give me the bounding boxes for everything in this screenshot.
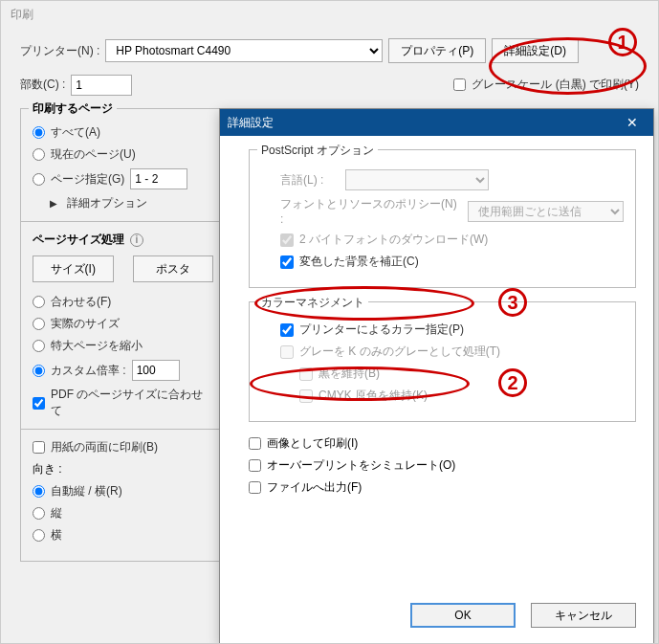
cancel-button[interactable]: キャンセル xyxy=(531,603,636,628)
color-management-fieldset: カラーマネジメント プリンターによるカラー指定(P) グレーを K のみのグレー… xyxy=(249,301,636,422)
output-file-label: ファイルへ出力(F) xyxy=(267,479,362,496)
orient-portrait-radio[interactable] xyxy=(33,507,45,520)
gray-k-label: グレーを K のみのグレーとして処理(T) xyxy=(299,344,500,360)
simulate-overprint-checkbox[interactable] xyxy=(249,459,261,472)
cm-legend: カラーマネジメント xyxy=(257,295,368,311)
close-icon[interactable]: ✕ xyxy=(619,112,646,133)
lang-label: 言語(L) : xyxy=(280,172,338,189)
pages-range-input[interactable] xyxy=(130,168,187,189)
size-custom-radio[interactable] xyxy=(33,365,45,377)
pages-current-label: 現在のページ(U) xyxy=(51,146,136,163)
preserve-cmyk-checkbox xyxy=(299,389,313,403)
size-fit-label: 合わせる(F) xyxy=(51,294,111,310)
compensate-bg-label: 変色した背景を補正(C) xyxy=(299,254,419,270)
preserve-cmyk-label: CMYK 原色を維持(K) xyxy=(319,388,428,404)
advanced-dialog-titlebar: 詳細設定 ✕ xyxy=(220,109,653,136)
pages-range-radio[interactable] xyxy=(33,173,45,186)
advanced-settings-dialog: 詳細設定 ✕ PostScript オプション 言語(L) : フォントとリソー… xyxy=(219,108,654,644)
printer-select[interactable]: HP Photosmart C4490 xyxy=(105,39,383,62)
tab-poster-button[interactable]: ポスタ xyxy=(133,255,214,282)
size-actual-radio[interactable] xyxy=(33,318,45,330)
printer-label: プリンター(N) : xyxy=(20,43,99,59)
sizing-group-title: ページサイズ処理 xyxy=(33,232,124,248)
pages-group: 印刷するページ すべて(A) 現在のページ(U) ページ指定(G) 詳細オプショ… xyxy=(20,108,226,562)
output-file-checkbox[interactable] xyxy=(249,481,261,494)
pdf-pagesize-label: PDF のページサイズに合わせて xyxy=(51,387,213,419)
size-custom-input[interactable] xyxy=(132,360,180,381)
postscript-legend: PostScript オプション xyxy=(257,143,378,159)
simulate-overprint-label: オーバープリントをシミュレート(O) xyxy=(267,457,455,474)
preserve-black-label: 黒を維持(B) xyxy=(319,366,380,382)
lang-select xyxy=(345,169,489,190)
properties-button[interactable]: プロパティ(P) xyxy=(388,38,486,63)
orient-landscape-radio[interactable] xyxy=(33,529,45,542)
pages-group-title: 印刷するページ xyxy=(29,100,117,117)
print-as-image-label: 画像として印刷(I) xyxy=(267,435,358,452)
both-sides-label: 用紙の両面に印刷(B) xyxy=(51,439,158,455)
pages-all-label: すべて(A) xyxy=(51,124,100,141)
pages-current-radio[interactable] xyxy=(33,148,45,161)
tab-size-button[interactable]: サイズ(I) xyxy=(33,255,114,282)
pdf-pagesize-checkbox[interactable] xyxy=(33,397,45,410)
orient-auto-radio[interactable] xyxy=(33,485,45,498)
orient-auto-label: 自動縦 / 横(R) xyxy=(51,483,122,500)
window-title: 印刷 xyxy=(1,1,658,29)
grayscale-label: グレースケール (白黒) で印刷(Y) xyxy=(472,77,639,93)
ok-button[interactable]: OK xyxy=(410,603,516,628)
pages-all-radio[interactable] xyxy=(33,126,45,139)
font-policy-label: フォントとリソースのポリシー(N) : xyxy=(280,196,460,226)
both-sides-checkbox[interactable] xyxy=(33,441,45,454)
compensate-bg-checkbox[interactable] xyxy=(280,255,294,269)
preserve-black-checkbox xyxy=(299,367,313,381)
download-2byte-label: 2 バイトフォントのダウンロード(W) xyxy=(299,232,488,248)
size-actual-label: 実際のサイズ xyxy=(51,316,120,332)
size-shrink-radio[interactable] xyxy=(33,340,45,352)
pages-more-options[interactable]: 詳細オプション xyxy=(50,195,213,211)
advanced-settings-button[interactable]: 詳細設定(D) xyxy=(492,38,579,63)
info-icon[interactable]: i xyxy=(130,233,143,247)
orient-portrait-label: 縦 xyxy=(51,505,62,522)
copies-label: 部数(C) : xyxy=(20,77,65,93)
font-policy-select: 使用範囲ごとに送信 xyxy=(468,201,624,222)
advanced-dialog-title: 詳細設定 xyxy=(228,115,274,131)
postscript-fieldset: PostScript オプション 言語(L) : フォントとリソースのポリシー(… xyxy=(249,149,636,288)
printer-color-label: プリンターによるカラー指定(P) xyxy=(299,322,464,338)
size-fit-radio[interactable] xyxy=(33,296,45,308)
print-as-image-checkbox[interactable] xyxy=(249,437,261,450)
grayscale-checkbox[interactable] xyxy=(453,78,466,91)
copies-input[interactable] xyxy=(71,75,132,96)
orientation-label: 向き : xyxy=(33,461,213,477)
download-2byte-checkbox xyxy=(280,233,294,247)
size-custom-label: カスタム倍率 : xyxy=(51,363,126,379)
printer-color-checkbox[interactable] xyxy=(280,323,294,337)
pages-range-label: ページ指定(G) xyxy=(51,171,124,188)
size-shrink-label: 特大ページを縮小 xyxy=(51,338,143,354)
orient-landscape-label: 横 xyxy=(51,527,62,544)
gray-k-checkbox xyxy=(280,345,294,359)
